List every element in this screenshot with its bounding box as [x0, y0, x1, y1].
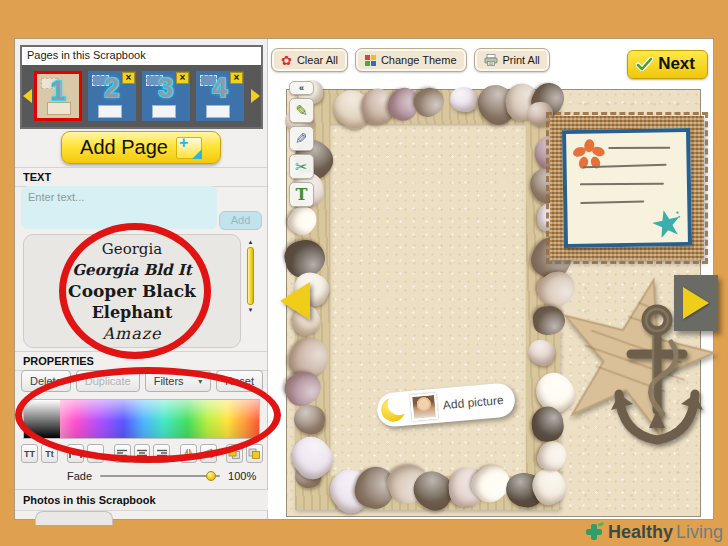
font-list: Georgia Georgia Bld It Cooper Black Elep…	[23, 234, 241, 348]
print-all-label: Print All	[503, 54, 540, 66]
crescent-icon	[380, 397, 406, 423]
note-line	[580, 183, 664, 186]
flip-vertical-icon	[202, 448, 214, 459]
add-page-label: Add Page	[80, 136, 168, 159]
shell-frame[interactable]	[295, 90, 560, 510]
change-theme-button[interactable]: Change Theme	[355, 48, 467, 72]
fade-value: 100%	[228, 470, 256, 482]
hue-gradient-strip[interactable]	[60, 400, 259, 438]
collapse-toolbar-button[interactable]: «	[289, 81, 314, 95]
stretch-width-button[interactable]: ↔	[87, 444, 104, 463]
close-page-icon[interactable]: ×	[176, 72, 189, 84]
reset-button[interactable]: Reset	[216, 370, 263, 392]
font-list-scrollbar[interactable]: ▲ ▼	[246, 239, 255, 345]
pages-panel-title: Pages in this Scrapbook	[22, 47, 261, 63]
filters-label: Filters	[154, 375, 184, 387]
text-tool-button[interactable]: T	[289, 182, 314, 207]
theme-grid-icon	[365, 55, 376, 66]
sample-photo-thumbnail	[410, 393, 438, 421]
text-entry-input[interactable]	[21, 186, 217, 229]
bring-forward-button[interactable]	[226, 444, 243, 463]
flip-vertical-button[interactable]	[200, 444, 217, 463]
note-line	[608, 147, 670, 149]
photo-placeholder	[152, 105, 176, 118]
brush-tool-button[interactable]: ✎	[289, 126, 314, 151]
properties-section-header: PROPERTIES	[15, 351, 267, 371]
pencil-icon: ✎	[295, 102, 308, 120]
sidebar: Pages in this Scrapbook 1 2 × 3	[15, 39, 268, 519]
font-option-cooper-black[interactable]: Cooper Black	[24, 281, 240, 302]
brush-icon: ✎	[295, 130, 308, 148]
add-picture-label: Add picture	[442, 393, 504, 412]
photo-placeholder	[206, 105, 230, 118]
text-tool-icon: T	[296, 185, 308, 204]
close-page-icon[interactable]: ×	[122, 72, 135, 84]
page-number: 1	[37, 76, 79, 107]
note-plus-icon: +	[176, 137, 202, 159]
burlap-note[interactable]	[550, 116, 704, 260]
filters-dropdown[interactable]: Filters ▾	[145, 370, 212, 392]
align-right-icon	[156, 449, 168, 459]
pencil-tool-button[interactable]: ✎	[289, 98, 314, 123]
scroll-up-icon[interactable]: ▲	[246, 239, 255, 245]
scroll-down-icon[interactable]: ▼	[246, 307, 255, 313]
text-lowercase-button[interactable]: Tt	[41, 444, 58, 463]
clear-all-button[interactable]: ✿ Clear All	[271, 48, 348, 72]
page-thumbnail-3[interactable]: 3 ×	[142, 71, 190, 121]
photos-panel-partial-item	[35, 511, 113, 525]
print-all-button[interactable]: Print All	[474, 48, 550, 72]
scrapbook-canvas[interactable]: « ✎ ✎ ✂ T	[286, 89, 701, 517]
grayscale-strip[interactable]	[24, 400, 60, 438]
delete-button[interactable]: Delete	[21, 370, 71, 392]
color-picker[interactable]	[23, 399, 260, 439]
flip-horizontal-button[interactable]	[180, 444, 197, 463]
add-page-button[interactable]: Add Page +	[61, 131, 221, 164]
photos-panel-header[interactable]: Photos in this Scrapbook	[15, 489, 268, 511]
clear-all-label: Clear All	[297, 54, 338, 66]
previous-page-arrow[interactable]	[280, 282, 310, 320]
next-button[interactable]: Next	[627, 50, 708, 79]
fade-slider[interactable]	[100, 475, 220, 477]
page-thumbnail-1[interactable]: 1	[34, 71, 82, 121]
align-center-button[interactable]	[134, 444, 151, 463]
check-icon	[636, 57, 653, 71]
font-option-elephant[interactable]: Elephant	[24, 302, 240, 323]
text-uppercase-button[interactable]: TT	[21, 444, 38, 463]
canvas-tool-strip: « ✎ ✎ ✂ T	[289, 81, 315, 210]
brand-word-living: Living	[676, 522, 723, 543]
align-right-button[interactable]	[153, 444, 170, 463]
fade-label: Fade	[67, 470, 92, 482]
font-option-georgia-bold-italic[interactable]: Georgia Bld It	[24, 260, 240, 281]
send-backward-button[interactable]	[246, 444, 263, 463]
scrollbar-thumb[interactable]	[247, 247, 254, 305]
brand-word-healthy: Healthy	[608, 522, 673, 543]
fit-width-button[interactable]	[67, 444, 84, 463]
pages-next-arrow-icon[interactable]	[251, 89, 260, 103]
next-label: Next	[658, 54, 695, 74]
font-option-georgia[interactable]: Georgia	[24, 239, 240, 260]
pages-panel: Pages in this Scrapbook 1 2 × 3	[20, 45, 263, 129]
add-text-button[interactable]: Add	[219, 211, 262, 230]
align-left-icon	[116, 449, 128, 459]
bring-forward-icon	[228, 448, 241, 460]
font-option-amaze[interactable]: Amaze	[24, 323, 240, 344]
close-page-icon[interactable]: ×	[230, 72, 243, 84]
page-thumbnail-2[interactable]: 2 ×	[88, 71, 136, 121]
fade-slider-thumb[interactable]	[206, 471, 216, 481]
format-toolbar: TT Tt ↔	[21, 444, 263, 463]
pages-prev-arrow-icon[interactable]	[23, 89, 32, 103]
app-window: Pages in this Scrapbook 1 2 × 3	[14, 38, 714, 520]
fade-control: Fade 100%	[15, 470, 268, 482]
align-left-button[interactable]	[114, 444, 131, 463]
next-page-arrow[interactable]	[674, 275, 718, 331]
duplicate-button[interactable]: Duplicate	[76, 370, 140, 392]
note-card	[562, 128, 692, 248]
page-thumbnail-4[interactable]: 4 ×	[196, 71, 244, 121]
properties-buttons: Delete Duplicate Filters ▾ Reset	[21, 370, 263, 392]
scissors-tool-button[interactable]: ✂	[289, 154, 314, 179]
printer-icon	[484, 54, 498, 66]
align-center-icon	[136, 449, 148, 459]
flower-icon: ✿	[281, 55, 292, 66]
pages-strip: 1 2 × 3 × 4 ×	[22, 65, 261, 127]
chevron-down-icon: ▾	[198, 377, 202, 386]
